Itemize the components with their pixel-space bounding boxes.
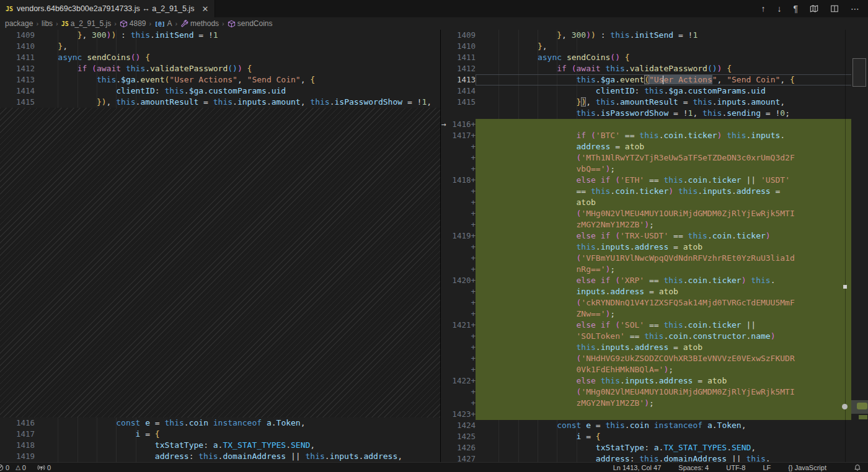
code-row[interactable]: 1412 if (await this.validatePassword()) … <box>0 63 440 74</box>
code-row[interactable]: + ('ckRYNDNnQ1V4Y1ZXSFQ5ak14Mjd0TVRGcTdE… <box>441 297 852 308</box>
line-number[interactable]: + <box>441 331 476 342</box>
code-row[interactable]: 1425 i = { <box>441 431 852 442</box>
code-line[interactable]: else this.inputs.address = atob <box>476 375 852 387</box>
code-line[interactable] <box>476 119 852 130</box>
code-row[interactable]: + nRg=='); <box>441 264 852 275</box>
line-number[interactable]: 1423+ <box>441 409 476 420</box>
code-row[interactable]: 1422+ else this.inputs.address = atob <box>441 375 852 387</box>
code-row[interactable]: + 'SOLToken' == this.coin.constructor.na… <box>441 331 852 342</box>
scrollbar-slider[interactable] <box>852 58 866 87</box>
code-row[interactable]: + ('VFBmYU1RVlNwcWpqQVdNdnRFVzhrREt0YzRu… <box>441 253 852 264</box>
line-number[interactable]: 1425 <box>441 431 476 442</box>
code-row[interactable]: 1409 }, 300)) : this.initSend = !1 <box>441 30 852 41</box>
code-line[interactable]: if (await this.validatePassword()) { <box>476 63 852 74</box>
language-mode[interactable]: {} JavaScript <box>786 464 828 471</box>
code-line[interactable]: else if ('XRP' == this.coin.ticker) this… <box>476 275 852 286</box>
line-number[interactable]: + <box>441 152 476 164</box>
code-row[interactable]: 1409 }, 300)) : this.initSend = !1 <box>0 30 440 41</box>
code-row[interactable]: 1412 if (await this.validatePassword()) … <box>441 63 852 74</box>
code-row[interactable]: this.isPasswordShow = !1, this.sending =… <box>441 108 852 119</box>
code-line[interactable]: ('NHdHVG9zUkZSODZCOVhXR3BIeVNVVzE0VExwSz… <box>476 353 852 364</box>
cursor-position[interactable]: Ln 1413, Col 47 <box>611 464 663 471</box>
code-row[interactable]: + atob <box>441 197 852 208</box>
breadcrumb-item-package[interactable]: package <box>5 19 33 28</box>
line-number[interactable]: 1409 <box>441 30 476 41</box>
code-line[interactable]: if (await this.validatePassword()) { <box>35 63 440 74</box>
code-line[interactable]: address: this.domainAddress || this.inpu… <box>35 451 440 462</box>
code-row[interactable]: + ('MTh1NlRwYTZvTjR3eUw5aTFSeTZDeDN3c0xr… <box>441 152 852 164</box>
code-line[interactable]: if ('BTC' == this.coin.ticker) this.inpu… <box>476 130 852 141</box>
code-line[interactable]: clientID: this.$ga.customParams.uid <box>476 85 852 97</box>
code-line[interactable]: nRg=='); <box>476 264 852 275</box>
code-line[interactable]: else if ('TRX-USDT' == this.coin.ticker) <box>476 230 852 242</box>
overview-ruler[interactable] <box>851 30 868 462</box>
line-number[interactable]: 1410 <box>441 41 476 52</box>
code-row[interactable]: + ('MHg0N2VlMEU4MUY1OURiMjdGMDM0ZjRlYjEw… <box>441 208 852 219</box>
line-number[interactable]: + <box>441 141 476 152</box>
code-line[interactable]: i = { <box>35 429 440 440</box>
indentation-setting[interactable]: Spaces: 4 <box>676 464 711 471</box>
code-line[interactable]: }, <box>35 41 440 52</box>
code-row[interactable]: 1420+ else if ('XRP' == this.coin.ticker… <box>441 275 852 286</box>
code-line[interactable]: this.$ga.event("User Actions", "Send Coi… <box>476 74 852 85</box>
code-line[interactable]: vbQ=='); <box>476 164 852 175</box>
code-line[interactable]: inputs.address = atob <box>476 286 852 297</box>
code-row[interactable]: 1418 txStatType: a.TX_STAT_TYPES.SEND, <box>0 440 440 451</box>
line-number[interactable]: + <box>441 387 476 398</box>
code-row[interactable]: 1411 async sendCoins() { <box>0 52 440 63</box>
code-line[interactable]: ZNw=='); <box>476 308 852 320</box>
code-row[interactable]: 1418+ else if ('ETH' == this.coin.ticker… <box>441 175 852 186</box>
code-line[interactable]: 'SOLToken' == this.coin.constructor.name… <box>476 331 852 342</box>
notifications-bell[interactable] <box>852 464 863 471</box>
code-row[interactable]: 1424 const e = this.coin instanceof a.To… <box>441 420 852 431</box>
sash-handle[interactable] <box>842 404 848 409</box>
code-line[interactable]: address = atob <box>476 141 852 152</box>
breadcrumb-item-module[interactable]: 4889 <box>120 19 146 28</box>
code-line[interactable]: }), this.amountResult = this.inputs.amou… <box>35 97 440 108</box>
line-number[interactable]: 1418+ <box>441 175 476 186</box>
code-line[interactable]: async sendCoins() { <box>476 52 852 63</box>
code-row[interactable]: 1410 }, <box>441 41 852 52</box>
code-row[interactable]: + vbQ=='); <box>441 164 852 175</box>
code-row[interactable]: 1421+ else if ('SOL' == this.coin.ticker… <box>441 320 852 331</box>
code-row[interactable]: + this.inputs.address = atob <box>441 342 852 353</box>
line-number[interactable]: 1411 <box>0 52 35 63</box>
code-line[interactable]: this.inputs.address = atob <box>476 242 852 253</box>
line-number[interactable]: 1413 <box>0 74 35 85</box>
code-row[interactable]: 1411 async sendCoins() { <box>441 52 852 63</box>
previous-change-button[interactable]: ↑ <box>761 4 765 13</box>
line-number[interactable]: 1412 <box>441 63 476 74</box>
line-number[interactable]: 1426 <box>441 442 476 453</box>
code-line[interactable]: address: this.domainAddress || this. <box>476 453 852 462</box>
code-line[interactable]: zMGY2NmY1M2ZB'); <box>476 398 852 409</box>
code-row[interactable]: + == this.coin.ticker) this.inputs.addre… <box>441 186 852 197</box>
line-number[interactable]: 1416 <box>0 417 35 429</box>
breadcrumb-item-class[interactable]: [@] A <box>154 19 172 28</box>
forwarded-ports[interactable]: 0 <box>35 463 53 471</box>
code-line[interactable]: else if ('SOL' == this.coin.ticker || <box>476 320 852 331</box>
code-row[interactable]: 1413 this.$ga.event("User Actions", "Sen… <box>0 74 440 85</box>
code-row[interactable]: 1426 txStatType: a.TX_STAT_TYPES.SEND, <box>441 442 852 453</box>
code-line[interactable]: ('MTh1NlRwYTZvTjR3eUw5aTFSeTZDeDN3c0xrUm… <box>476 152 852 164</box>
line-number[interactable]: 1421+ <box>441 320 476 331</box>
code-line[interactable]: async sendCoins() { <box>35 52 440 63</box>
code-line[interactable]: txStatType: a.TX_STAT_TYPES.SEND, <box>476 442 852 453</box>
code-line[interactable]: zMGY2NmY1M2ZB'); <box>476 219 852 230</box>
code-line[interactable] <box>476 409 852 420</box>
code-line[interactable]: }, <box>476 41 852 52</box>
code-row[interactable]: 1415 }), this.amountResult = this.inputs… <box>441 97 852 108</box>
code-row[interactable]: 1419+ else if ('TRX-USDT' == this.coin.t… <box>441 230 852 242</box>
code-row[interactable]: 1414 clientID: this.$ga.customParams.uid <box>441 85 852 97</box>
code-line[interactable]: }, 300)) : this.initSend = !1 <box>476 30 852 41</box>
line-number[interactable]: 1411 <box>441 52 476 63</box>
line-number[interactable]: + <box>441 342 476 353</box>
line-number[interactable]: 1420+ <box>441 275 476 286</box>
code-row[interactable]: + ('NHdHVG9zUkZSODZCOVhXR3BIeVNVVzE0VExw… <box>441 353 852 364</box>
line-number[interactable]: + <box>441 197 476 208</box>
code-line[interactable]: ('VFBmYU1RVlNwcWpqQVdNdnRFVzhrREt0YzRuU3… <box>476 253 852 264</box>
eol-setting[interactable]: LF <box>761 464 773 471</box>
line-number[interactable]: 1427 <box>441 453 476 462</box>
split-editor-icon[interactable] <box>830 4 839 13</box>
code-line[interactable]: i = { <box>476 431 852 442</box>
code-line[interactable]: this.isPasswordShow = !1, this.sending =… <box>476 108 852 119</box>
